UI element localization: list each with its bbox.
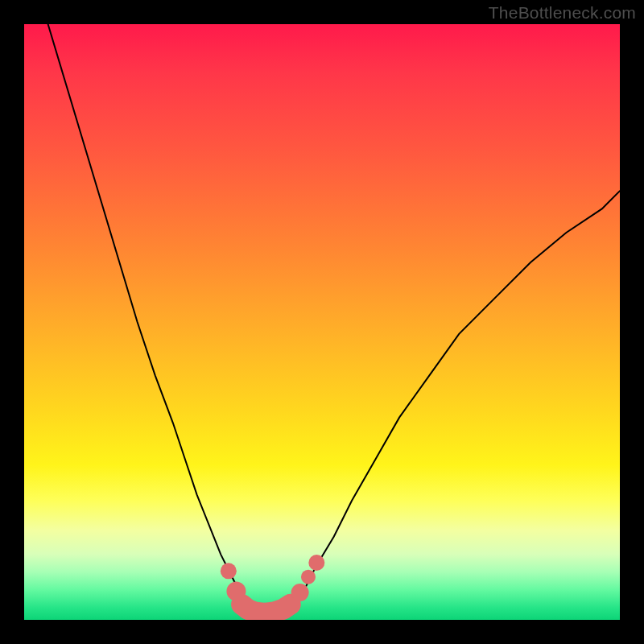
left-dot-lower — [226, 581, 246, 601]
right-dot-3 — [308, 555, 324, 571]
curves-svg — [24, 24, 620, 620]
watermark-text: TheBottleneck.com — [489, 3, 636, 23]
right-dot-2 — [301, 570, 316, 584]
right-dot-1 — [291, 584, 309, 601]
right-curve-path — [292, 191, 620, 608]
minimum-worm — [242, 605, 291, 613]
left-dot-upper — [221, 563, 237, 579]
left-curve-path — [48, 24, 248, 608]
chart-stage: TheBottleneck.com — [0, 0, 644, 644]
plot-area — [24, 24, 620, 620]
data-dots — [221, 555, 325, 601]
